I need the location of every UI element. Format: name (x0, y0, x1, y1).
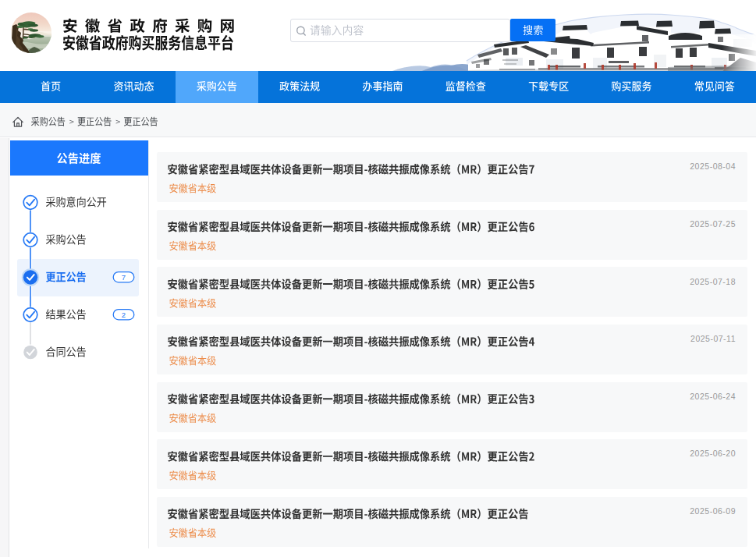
svg-text:7: 7 (122, 273, 126, 282)
svg-text:2: 2 (122, 310, 126, 319)
